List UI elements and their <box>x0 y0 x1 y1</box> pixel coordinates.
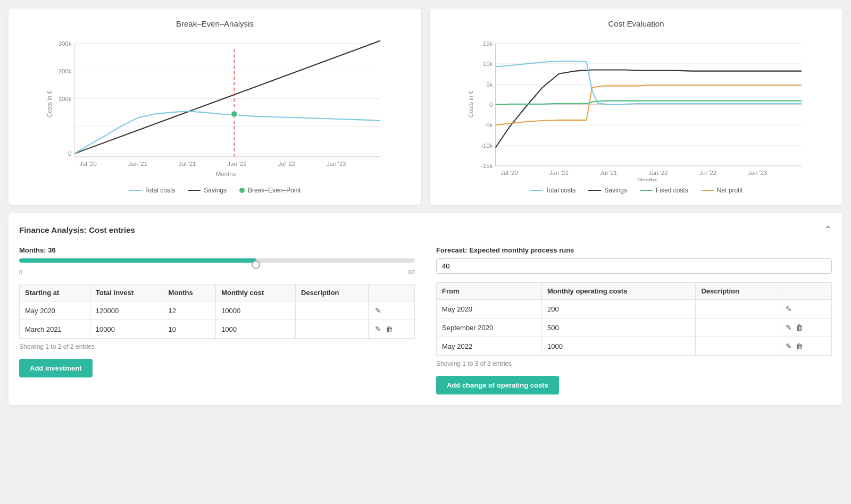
months-label: Months: 36 <box>19 246 415 254</box>
col-total-invest: Total invest <box>90 284 163 301</box>
delete-op-row3-button[interactable]: 🗑 <box>795 341 804 351</box>
add-investment-button[interactable]: Add investment <box>19 359 93 377</box>
op-row1-monthly-cost: 200 <box>542 300 696 318</box>
svg-text:Jan '22: Jan '22 <box>648 170 668 176</box>
op-row3-from: May 2022 <box>437 337 542 356</box>
right-column: Forecast: Expected monthly process runs … <box>436 246 832 394</box>
section-title: Finance Analysis: Cost entries <box>19 225 135 234</box>
edit-op-row1-button[interactable]: ✎ <box>785 304 793 314</box>
row1-actions: ✎ <box>369 301 415 320</box>
svg-text:Costs in €: Costs in € <box>468 90 474 117</box>
svg-text:-10k: -10k <box>481 142 493 149</box>
breakeven-chart-card: Break–Even–Analysis 300k 200k 100k 0 Cos <box>9 9 421 205</box>
legend-ce-net-profit: Net profit <box>701 187 743 194</box>
op-row2-from: September 2020 <box>437 318 542 337</box>
legend-savings: Savings <box>188 187 227 194</box>
op-col-monthly-cost: Monthly operating costs <box>542 283 696 300</box>
legend-ce-savings: Savings <box>588 187 627 194</box>
op-row2-monthly-cost: 500 <box>542 318 696 337</box>
op-col-actions <box>779 283 831 300</box>
ce-savings-icon <box>588 190 601 191</box>
add-operating-costs-button[interactable]: Add change of operating costs <box>436 376 559 394</box>
svg-text:Jul '20: Jul '20 <box>79 161 97 167</box>
col-monthly-cost: Monthly cost <box>216 284 296 301</box>
svg-text:200k: 200k <box>59 68 72 74</box>
table-row: May 2020 120000 12 10000 ✎ <box>20 301 415 320</box>
svg-text:Jan '23: Jan '23 <box>327 161 346 167</box>
breakeven-legend: Total costs Savings Break–Even–Point <box>19 187 411 194</box>
collapse-button[interactable]: ⌃ <box>824 224 832 236</box>
months-slider[interactable] <box>19 263 415 267</box>
legend-total-costs: Total costs <box>129 187 176 194</box>
ce-fixed-costs-icon <box>640 190 653 191</box>
col-description: Description <box>296 284 369 301</box>
svg-text:Jan '22: Jan '22 <box>227 161 246 167</box>
row2-months: 10 <box>163 320 216 339</box>
row1-description <box>296 301 369 320</box>
delete-row2-button[interactable]: 🗑 <box>385 324 394 334</box>
svg-text:Jul '21: Jul '21 <box>179 161 196 167</box>
op-col-description: Description <box>696 283 779 300</box>
delete-op-row2-button[interactable]: 🗑 <box>795 322 804 333</box>
breakeven-svg: 300k 200k 100k 0 Costs in € Jul '20 Jan … <box>19 32 411 181</box>
breakeven-dot-icon <box>239 188 245 193</box>
two-col-layout: Months: 36 0 60 Starting at Total invest… <box>19 246 832 394</box>
row2-actions: ✎ 🗑 <box>369 320 415 339</box>
svg-text:Costs in €: Costs in € <box>46 90 53 117</box>
slider-track <box>19 258 415 263</box>
col-months: Months <box>163 284 216 301</box>
svg-text:5k: 5k <box>486 81 493 88</box>
slider-labels: 0 60 <box>19 269 415 275</box>
table-row: May 2020 200 ✎ <box>437 300 832 318</box>
forecast-label: Forecast: Expected monthly process runs <box>436 246 832 254</box>
investments-table: Starting at Total invest Months Monthly … <box>19 284 415 339</box>
cost-eval-chart-card: Cost Evaluation 15k 10k 5k 0 -5k <box>430 9 842 205</box>
edit-op-row3-button[interactable]: ✎ <box>785 341 793 351</box>
legend-ce-total-costs: Total costs <box>530 187 576 194</box>
edit-row1-button[interactable]: ✎ <box>374 305 382 316</box>
svg-text:Months: Months <box>637 177 657 181</box>
slider-fill <box>19 258 256 263</box>
table-row: March 2021 10000 10 1000 ✎ 🗑 <box>20 320 415 339</box>
forecast-input[interactable] <box>436 258 832 274</box>
operating-table: From Monthly operating costs Description… <box>436 282 832 356</box>
op-row2-description <box>696 318 779 337</box>
svg-text:Jul '21: Jul '21 <box>600 170 618 176</box>
svg-text:Jan '23: Jan '23 <box>748 170 767 176</box>
svg-text:300k: 300k <box>59 40 72 47</box>
legend-breakeven: Break–Even–Point <box>239 187 301 194</box>
left-column: Months: 36 0 60 Starting at Total invest… <box>19 246 415 394</box>
row2-description <box>296 320 369 339</box>
op-row3-monthly-cost: 1000 <box>542 337 696 356</box>
row1-months: 12 <box>163 301 216 320</box>
slider-min: 0 <box>19 269 22 275</box>
table-row: September 2020 500 ✎ 🗑 <box>437 318 832 337</box>
operating-entries-info: Showing 1 to 3 of 3 entries <box>436 360 832 367</box>
cost-eval-chart-container: 15k 10k 5k 0 -5k -10k -15k Costs in € Ju… <box>440 32 832 181</box>
op-row1-actions: ✎ <box>779 300 831 318</box>
op-row1-from: May 2020 <box>437 300 542 318</box>
investments-entries-info: Showing 1 to 2 of 2 entries <box>19 343 415 350</box>
svg-text:-15k: -15k <box>481 163 493 169</box>
edit-op-row2-button[interactable]: ✎ <box>785 322 793 333</box>
ce-net-profit-icon <box>701 190 714 191</box>
col-actions <box>369 284 415 301</box>
row2-total-invest: 10000 <box>90 320 163 339</box>
svg-text:0: 0 <box>489 102 493 108</box>
cost-eval-title: Cost Evaluation <box>440 19 832 28</box>
svg-text:-5k: -5k <box>485 122 493 128</box>
section-header: Finance Analysis: Cost entries ⌃ <box>19 224 832 236</box>
svg-text:Jan '21: Jan '21 <box>128 161 147 167</box>
svg-text:0: 0 <box>68 150 71 157</box>
op-row1-description <box>696 300 779 318</box>
svg-point-20 <box>231 111 237 117</box>
edit-row2-button[interactable]: ✎ <box>374 324 382 334</box>
op-row3-actions: ✎ 🗑 <box>779 337 831 356</box>
cost-eval-legend: Total costs Savings Fixed costs Net prof… <box>440 187 832 194</box>
svg-text:Months: Months <box>216 171 236 177</box>
svg-text:10k: 10k <box>483 61 493 67</box>
svg-text:Jul '22: Jul '22 <box>278 161 296 167</box>
op-col-from: From <box>437 283 542 300</box>
op-row2-actions: ✎ 🗑 <box>779 318 831 337</box>
row1-starting-at: May 2020 <box>20 301 90 320</box>
